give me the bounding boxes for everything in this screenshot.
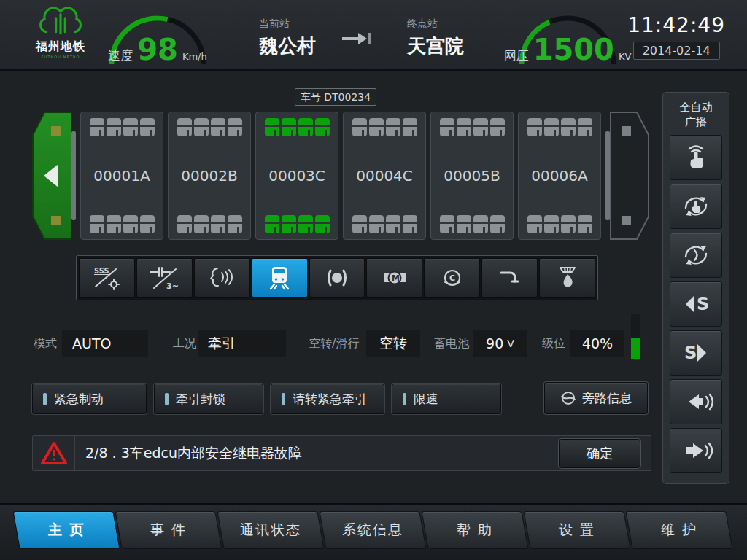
door-icon — [315, 118, 330, 136]
car-doors-top — [519, 118, 600, 136]
toolbar-brake-button[interactable] — [309, 258, 365, 298]
voltage-gauge: 网压 1500 KV — [511, 6, 624, 69]
broadcast-sidebar: 全自动 广播 — [662, 92, 729, 484]
level-bar-fill — [631, 338, 640, 359]
lighting-isolation-icon: SSS — [90, 265, 123, 290]
tab-help[interactable]: 帮 助 — [421, 511, 528, 549]
current-station-name: 魏公村 — [259, 34, 316, 59]
door-icon — [265, 215, 279, 233]
toolbar-pantograph-button[interactable] — [481, 258, 538, 298]
tab-events[interactable]: 事 件 — [115, 511, 222, 549]
announce-left-button[interactable] — [670, 379, 722, 424]
door-icon — [194, 118, 209, 136]
voltage-value: 1500 — [533, 36, 614, 63]
emergency-traction-button[interactable]: 请转紧急牵引 — [271, 384, 384, 414]
condition-label: 工况 — [173, 336, 196, 351]
train-head-left[interactable] — [32, 112, 71, 240]
hand-cycle-button[interactable] — [670, 184, 722, 229]
slip-label: 空转/滑行 — [309, 336, 359, 351]
train-head-right[interactable] — [610, 112, 649, 240]
pantograph-icon — [494, 265, 526, 290]
door-icon — [440, 215, 454, 233]
door-icon — [457, 215, 471, 233]
speed-limit-button[interactable]: 限速 — [392, 384, 501, 414]
door-icon — [107, 118, 121, 136]
hand-tap-button[interactable] — [670, 135, 722, 180]
door-icon — [490, 215, 505, 233]
car-2[interactable]: 00002B — [168, 112, 251, 240]
alarm-label: 请转紧急牵引 — [293, 391, 367, 408]
door-icon — [457, 118, 471, 136]
door-icon — [90, 215, 104, 233]
tab-system-info[interactable]: 系统信息 — [319, 511, 426, 549]
tab-settings[interactable]: 设 置 — [523, 511, 630, 549]
door-icon — [123, 215, 138, 233]
car-id: 00006A — [519, 167, 600, 184]
door-icon — [352, 215, 367, 233]
condition-value: 牵引 — [198, 330, 286, 357]
toolbar-motor-button[interactable]: M — [366, 258, 422, 298]
subsystem-toolbar: SSS 3~ — [76, 255, 598, 300]
toolbar-fire-alarm-button[interactable] — [539, 258, 595, 298]
prev-station-button[interactable]: S — [670, 281, 722, 327]
next-station-button[interactable]: S — [670, 330, 722, 376]
car-3[interactable]: 00003C — [255, 112, 338, 240]
car-doors-top — [81, 118, 163, 136]
level-value: 40% — [570, 330, 624, 357]
head-lamp-bottom — [51, 216, 61, 225]
car-id: 00003C — [256, 167, 338, 184]
toolbar-inverter-isolation-button[interactable]: 3~ — [136, 258, 193, 298]
car-4[interactable]: 00004C — [343, 112, 426, 240]
svg-text:M: M — [392, 273, 400, 283]
toolbar-pa-broadcast-button[interactable] — [194, 258, 250, 298]
traction-lock-button[interactable]: 牵引封锁 — [154, 384, 263, 414]
car-1[interactable]: 00001A — [80, 112, 163, 240]
metro-logo: 福州地铁 FUZHOU METRO — [20, 4, 101, 59]
announce-right-button[interactable] — [670, 428, 722, 473]
battery-value: 90V — [473, 330, 527, 357]
speed-value: 98 — [137, 36, 178, 63]
train-icon — [263, 265, 295, 290]
fault-alert-bar: 2/8 . 3车edcu内部安全继电器故障 确定 — [32, 435, 651, 471]
voltage-label: 网压 — [504, 47, 529, 64]
car-doors-bottom — [519, 215, 600, 233]
level-label: 级位 — [542, 336, 565, 351]
toolbar-train-button[interactable] — [252, 258, 308, 298]
car-5[interactable]: 00005B — [430, 112, 514, 240]
door-icon — [386, 215, 400, 233]
clock-time: 11:42:49 — [627, 13, 725, 37]
tab-maintenance[interactable]: 维 护 — [625, 511, 732, 549]
clock-block: 11:42:49 2014-02-14 — [627, 13, 725, 60]
door-icon — [403, 118, 417, 136]
svg-text:S: S — [684, 343, 697, 363]
car-doors-top — [344, 118, 425, 136]
door-icon — [527, 118, 542, 136]
next-station-icon: S — [680, 337, 712, 369]
car-6[interactable]: 00006A — [518, 112, 601, 240]
hand-cycle-icon — [680, 190, 712, 222]
toolbar-lighting-isolation-button[interactable]: SSS — [79, 258, 135, 298]
header-bar: 福州地铁 FUZHOU METRO 速度 98 Km/h 当前站 魏公村 — [0, 0, 747, 71]
hand-tap-icon — [680, 141, 712, 174]
emergency-brake-button[interactable]: 紧急制动 — [32, 384, 147, 414]
door-icon — [282, 118, 296, 136]
announce-right-icon — [678, 435, 713, 467]
door-icon — [315, 215, 330, 233]
mode-value: AUTO — [62, 330, 148, 357]
speed-label: 速度 — [108, 47, 133, 64]
door-icon — [282, 215, 296, 233]
confirm-button[interactable]: 确定 — [559, 439, 640, 468]
door-icon — [298, 215, 313, 233]
bypass-info-button[interactable]: 旁路信息 — [544, 382, 648, 414]
compressor-icon: C — [436, 265, 468, 290]
door-icon — [473, 215, 488, 233]
car-id: 00004C — [344, 167, 425, 184]
tab-home[interactable]: 主 页 — [12, 511, 120, 549]
door-icon — [352, 118, 367, 136]
tab-comm-status[interactable]: 通讯状态 — [217, 511, 324, 549]
alarm-label: 限速 — [414, 391, 438, 408]
audio-cycle-button[interactable] — [670, 233, 722, 278]
car-doors-bottom — [81, 215, 163, 233]
head-lamp-top — [622, 126, 631, 136]
toolbar-compressor-button[interactable]: C — [424, 258, 480, 298]
